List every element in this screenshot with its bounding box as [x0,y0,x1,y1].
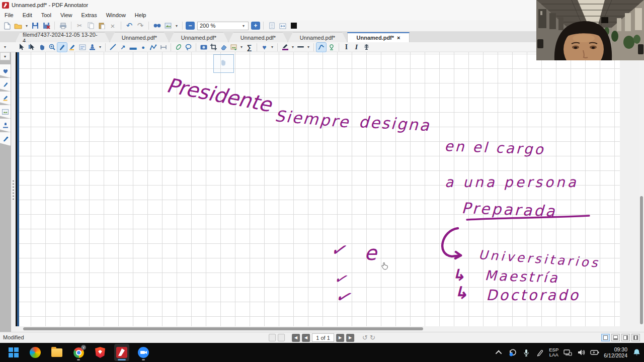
arrow-tool[interactable]: ↗ [118,43,128,52]
paste-button[interactable] [97,21,107,30]
pen-input-icon[interactable] [535,348,544,357]
open-dropdown-icon[interactable]: ▾ [24,24,29,28]
menu-item-edit[interactable]: Edit [18,11,37,19]
sidebar-splitter-handle[interactable] [11,52,16,332]
pen-tool-active[interactable] [57,43,67,52]
menu-item-file[interactable]: File [0,11,18,19]
favorites-dropdown-icon[interactable]: ▾ [270,45,275,49]
cut-button[interactable]: ✂ [74,21,85,30]
menu-item-window[interactable]: Window [102,11,130,19]
facing-layout-button[interactable] [621,334,630,341]
vertical-scrollbar[interactable] [639,52,644,326]
chrome-icon[interactable]: Y [71,344,86,361]
fit-page-button[interactable] [267,21,277,30]
columns-layout-button[interactable] [631,334,640,341]
pan-hand-tool[interactable] [37,43,47,52]
stamp-dropdown-icon[interactable]: ▾ [98,45,103,49]
undo-button[interactable]: ↶ [124,21,134,30]
previous-page-button[interactable]: ◀ [302,334,310,342]
text-tool[interactable]: I [342,43,351,52]
favorites-heart-tool[interactable]: ♥ [260,43,269,52]
zoom-in-button[interactable]: + [251,22,260,30]
line-width-picker[interactable] [296,43,305,52]
sidebar-tab-marker[interactable] [0,92,11,105]
text-note-tool[interactable] [362,43,371,52]
toolbar-overflow-dropdown-icon[interactable]: ▾ [1,45,9,49]
battery-icon[interactable] [590,348,599,357]
pdf-annotator-taskbar-icon[interactable] [114,344,129,361]
rectangle-tool[interactable]: ▬ [128,43,138,52]
lasso-tool[interactable] [184,43,193,52]
select-tool[interactable] [17,43,27,52]
select-text-tool[interactable] [27,43,37,52]
vertical-scrollbar-thumb[interactable] [640,196,643,324]
view-forward-button[interactable]: ↻ [370,334,375,341]
tab-close-icon[interactable]: × [397,35,400,41]
ellipse-tool[interactable]: ● [138,43,148,52]
new-document-button[interactable] [2,21,12,30]
sidebar-tab-picker[interactable] [0,132,11,146]
document-tab-2[interactable]: Unnamed.pdf* [110,32,169,42]
menu-item-tool[interactable]: Tool [37,11,56,19]
volume-icon[interactable] [577,348,586,357]
last-page-button[interactable]: ▶ [346,334,354,342]
fit-width-button[interactable] [278,21,288,30]
document-tab-4[interactable]: Unnamed.pdf* [228,32,288,42]
sidebar-tab-stamp[interactable] [0,119,11,132]
view-back-button[interactable]: ↺ [362,334,368,341]
snapshot-dropdown-icon[interactable]: ▾ [174,24,179,28]
sync-status-icon[interactable] [508,348,517,357]
crop-tool[interactable] [209,43,218,52]
open-button[interactable] [13,21,23,30]
marker-tool[interactable] [67,43,77,52]
copy-button[interactable] [86,21,96,30]
notification-bell-icon[interactable] [632,348,641,357]
copilot-icon[interactable] [28,344,43,361]
document-tab-1[interactable]: filemd7437-2024-12-05 13-20-4… [15,32,110,42]
single-page-layout-button[interactable] [601,334,610,341]
first-page-button[interactable]: ◀ [292,334,300,342]
smooth-curve-toggle-active[interactable] [316,43,326,52]
document-tab-3[interactable]: Unnamed.pdf* [169,32,228,42]
attach-tool[interactable] [174,43,183,52]
find-button[interactable] [152,21,162,30]
selection-box[interactable] [213,54,234,73]
line-tool[interactable] [108,43,118,52]
eraser-tool[interactable] [219,43,228,52]
clock[interactable]: 09:30 6/12/2024 [604,346,627,358]
print-button[interactable] [58,21,68,30]
menu-item-view[interactable]: View [56,11,77,19]
fullscreen-button[interactable] [289,21,299,30]
menu-item-extras[interactable]: Extras [77,11,102,19]
sidebar-tab-pen[interactable] [0,78,11,92]
start-button[interactable] [6,344,21,361]
text-cursor-tool[interactable]: I [351,43,362,52]
snapshot-button[interactable] [163,21,173,30]
zoom-out-button[interactable]: − [186,22,195,30]
symbol-sigma-tool[interactable]: ∑ [245,43,254,52]
document-tab-6-active[interactable]: Unnamed.pdf* × [347,32,410,42]
microphone-icon[interactable] [522,348,531,357]
pen-color-dropdown-icon[interactable]: ▾ [290,45,295,49]
sidebar-tab-image[interactable] [0,105,11,119]
redo-button[interactable]: ↷ [135,21,145,30]
brave-icon[interactable] [93,344,108,361]
stamp-tool[interactable] [88,43,97,52]
line-width-dropdown-icon[interactable]: ▾ [306,45,311,49]
pdf-page-canvas[interactable] [19,52,620,326]
network-icon[interactable] [563,348,572,357]
continuous-layout-button[interactable] [611,334,620,341]
polygon-tool[interactable] [148,43,158,52]
prev-document-button[interactable] [269,334,276,341]
zoom-level-combobox[interactable]: 200 % ▾ [197,22,249,30]
horizontal-scrollbar-thumb[interactable] [23,327,423,330]
file-explorer-icon[interactable] [49,344,64,361]
page-indicator[interactable]: 1 of 1 [312,333,334,342]
zoom-tool[interactable] [47,43,57,52]
measure-tool[interactable] [158,43,168,52]
pen-color-picker[interactable] [280,43,290,52]
document-tab-5[interactable]: Unnamed.pdf* [288,32,347,42]
language-indicator[interactable]: ESP LAA [549,347,558,357]
horizontal-scrollbar[interactable] [19,326,620,331]
zoom-app-icon[interactable] [136,344,151,361]
